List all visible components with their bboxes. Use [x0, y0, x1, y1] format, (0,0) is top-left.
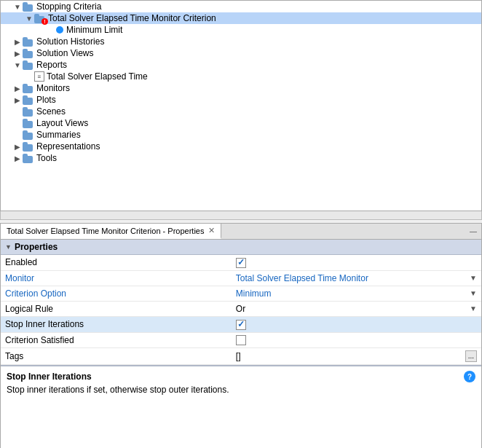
prop-label-enabled: Enabled — [1, 255, 232, 270]
logical-rule-dropdown-arrow[interactable]: ▼ — [470, 304, 477, 313]
folder-icon-reports — [23, 60, 34, 70]
prop-value-criterion-option[interactable]: Minimum ▼ — [232, 286, 481, 301]
label-minimum-limit: Minimum Limit — [66, 25, 122, 35]
folder-icon-representations — [23, 141, 34, 152]
label-scenes: Scenes — [36, 106, 66, 117]
toggle-scenes — [12, 108, 23, 116]
properties-section-header[interactable]: ▼ Properties — [1, 240, 481, 255]
toggle-monitors[interactable]: ▶ — [12, 85, 23, 93]
folder-icon-stopping-criteria — [23, 1, 34, 12]
report-icon: ≡ — [34, 71, 44, 82]
folder-icon-solution-views — [23, 48, 34, 58]
info-description: Stop inner iterations if set, otherwise … — [7, 385, 475, 395]
logical-rule-value: Or — [236, 304, 245, 314]
folder-icon-summaries — [23, 130, 34, 140]
label-monitors: Monitors — [36, 83, 70, 93]
tree-item-monitors[interactable]: ▶ Monitors — [1, 82, 481, 94]
folder-icon-scenes — [23, 106, 34, 117]
tree-item-total-solver-elapsed[interactable]: ▼ ! Total Solver Elapsed Time Monitor Cr… — [1, 12, 481, 24]
prop-value-logical-rule[interactable]: Or ▼ — [232, 301, 481, 316]
prop-row-stop-inner-iterations: Stop Inner Iterations — [1, 316, 481, 332]
toggle-total-solver-elapsed[interactable]: ▼ — [24, 15, 34, 23]
label-plots: Plots — [36, 95, 56, 105]
tree-item-minimum-limit[interactable]: Minimum Limit — [1, 24, 481, 36]
monitor-dropdown-arrow[interactable]: ▼ — [470, 274, 477, 282]
toggle-summaries — [12, 131, 23, 139]
blue-dot-icon — [56, 26, 63, 34]
tree-item-scenes[interactable]: Scenes — [1, 106, 481, 117]
toggle-representations[interactable]: ▶ — [12, 143, 23, 151]
prop-value-enabled[interactable] — [232, 255, 481, 270]
checkbox-stop-inner-iterations[interactable] — [236, 320, 246, 330]
prop-value-monitor[interactable]: Total Solver Elapsed Time Monitor ▼ — [232, 270, 481, 286]
label-solution-views: Solution Views — [36, 48, 94, 58]
label-total-solver-elapsed: Total Solver Elapsed Time Monitor Criter… — [48, 13, 216, 23]
tags-ellipsis-button[interactable]: ... — [465, 350, 477, 362]
toggle-tools[interactable]: ▶ — [12, 154, 23, 162]
tab-close-button[interactable]: ✕ — [208, 226, 215, 235]
checkbox-enabled[interactable] — [236, 258, 246, 268]
toggle-minimum-limit — [36, 26, 46, 34]
properties-tab[interactable]: Total Solver Elapsed Time Monitor Criter… — [1, 224, 221, 239]
toggle-solution-histories[interactable]: ▶ — [12, 38, 23, 46]
warning-folder-icon: ! — [34, 13, 46, 23]
label-representations: Representations — [36, 141, 100, 152]
prop-label-monitor: Monitor — [1, 270, 232, 286]
tree-item-solution-views[interactable]: ▶ Solution Views — [1, 47, 481, 59]
label-stopping-criteria: Stopping Criteria — [36, 1, 101, 12]
tree-item-plots[interactable]: ▶ Plots — [1, 94, 481, 106]
toggle-solution-views[interactable]: ▶ — [12, 50, 23, 58]
info-title-row: Stop Inner Iterations ? — [7, 371, 475, 382]
criterion-option-value: Minimum — [236, 288, 272, 299]
folder-icon-tools — [23, 153, 34, 163]
tree-item-solution-histories[interactable]: ▶ Solution Histories — [1, 36, 481, 47]
prop-value-stop-inner-iterations[interactable] — [232, 316, 481, 332]
prop-value-criterion-satisfied[interactable] — [232, 332, 481, 348]
label-reports: Reports — [36, 60, 67, 70]
folder-icon-layout-views — [23, 118, 34, 128]
collapse-arrow-icon[interactable]: ▼ — [5, 243, 12, 251]
label-layout-views: Layout Views — [36, 118, 88, 128]
prop-value-tags[interactable]: [] ... — [232, 348, 481, 365]
prop-row-monitor: Monitor Total Solver Elapsed Time Monito… — [1, 270, 481, 286]
tab-label: Total Solver Elapsed Time Monitor Criter… — [7, 227, 204, 235]
section-header-label: Properties — [15, 242, 58, 252]
prop-label-tags: Tags — [1, 348, 232, 365]
help-icon[interactable]: ? — [464, 371, 475, 382]
minimize-button[interactable]: — — [468, 227, 478, 237]
info-title: Stop Inner Iterations — [7, 372, 92, 382]
tree-item-summaries[interactable]: Summaries — [1, 129, 481, 141]
tree-item-representations[interactable]: ▶ Representations — [1, 141, 481, 152]
toggle-plots[interactable]: ▶ — [12, 96, 23, 104]
tree-item-total-solver-report[interactable]: ≡ Total Solver Elapsed Time — [1, 71, 481, 82]
label-solution-histories: Solution Histories — [36, 36, 104, 47]
tags-value: [] — [236, 351, 241, 361]
toggle-layout-views — [12, 119, 23, 127]
folder-icon-solution-histories — [23, 36, 34, 47]
tree-scrollbar[interactable] — [0, 211, 482, 220]
properties-panel: Total Solver Elapsed Time Monitor Criter… — [0, 223, 482, 448]
prop-row-criterion-satisfied: Criterion Satisfied — [1, 332, 481, 348]
tree-panel[interactable]: ▼ Stopping Criteria ▼ ! Total Solver Ela… — [0, 0, 482, 211]
properties-table: Enabled Monitor Total Solver Elapsed Tim… — [1, 255, 481, 365]
label-summaries: Summaries — [36, 130, 81, 140]
prop-label-criterion-satisfied: Criterion Satisfied — [1, 332, 232, 348]
folder-icon-monitors — [23, 83, 34, 93]
label-total-solver-report: Total Solver Elapsed Time — [47, 71, 148, 82]
prop-label-stop-inner-iterations: Stop Inner Iterations — [1, 316, 232, 332]
criterion-option-dropdown-arrow[interactable]: ▼ — [470, 289, 477, 297]
toggle-total-solver-report — [24, 73, 34, 81]
info-section: Stop Inner Iterations ? Stop inner itera… — [1, 365, 481, 398]
prop-label-logical-rule: Logical Rule — [1, 301, 232, 316]
tree-item-tools[interactable]: ▶ Tools — [1, 152, 481, 164]
tree-item-reports[interactable]: ▼ Reports — [1, 59, 481, 71]
tree-item-stopping-criteria[interactable]: ▼ Stopping Criteria — [1, 1, 481, 12]
prop-label-criterion-option: Criterion Option — [1, 286, 232, 301]
prop-row-enabled: Enabled — [1, 255, 481, 270]
tree-item-layout-views[interactable]: Layout Views — [1, 117, 481, 129]
toggle-reports[interactable]: ▼ — [12, 61, 23, 69]
prop-row-tags: Tags [] ... — [1, 348, 481, 365]
toggle-stopping-criteria[interactable]: ▼ — [12, 3, 23, 11]
prop-row-criterion-option: Criterion Option Minimum ▼ — [1, 286, 481, 301]
checkbox-criterion-satisfied[interactable] — [236, 335, 246, 345]
